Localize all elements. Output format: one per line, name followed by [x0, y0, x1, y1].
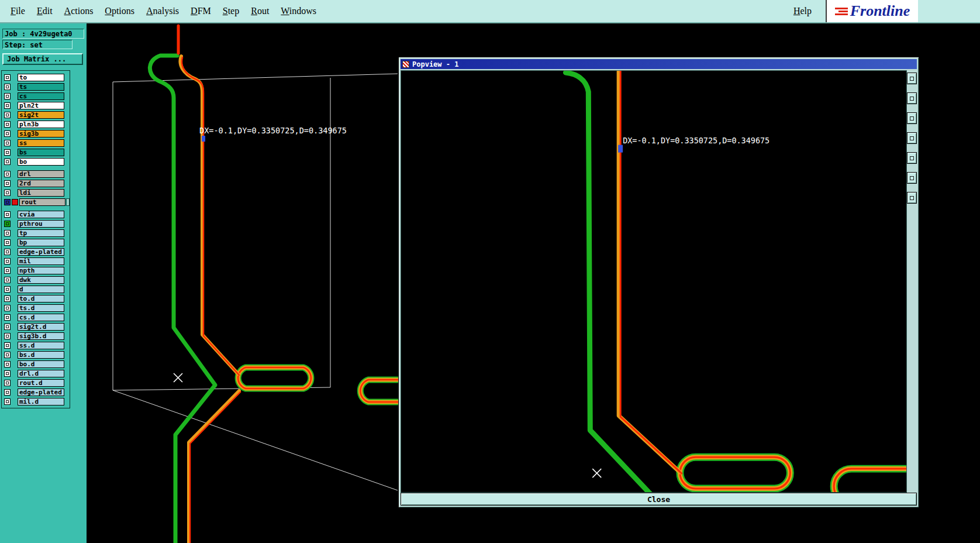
layer-row-drl.d[interactable]: drl.d	[2, 369, 70, 378]
layer-visibility-checkbox[interactable]	[4, 370, 11, 377]
popview-close-button[interactable]: Close	[401, 493, 917, 506]
menu-item-file[interactable]: File	[5, 6, 31, 16]
layer-visibility-checkbox[interactable]	[4, 286, 11, 293]
popview-window[interactable]: Popview - 1	[398, 57, 919, 508]
layer-visibility-checkbox[interactable]	[4, 380, 11, 386]
layer-visibility-checkbox[interactable]	[4, 398, 11, 405]
layer-name-label[interactable]: edge-plated	[18, 389, 64, 396]
layer-visibility-checkbox[interactable]	[4, 121, 11, 128]
layer-name-label[interactable]: sig3b.d	[18, 332, 64, 340]
menu-item-help[interactable]: Help	[788, 6, 817, 16]
layer-visibility-checkbox[interactable]	[4, 258, 11, 264]
layer-visibility-checkbox[interactable]	[4, 333, 11, 339]
layer-visibility-checkbox[interactable]	[4, 305, 11, 311]
layer-name-label[interactable]: to.d	[18, 295, 64, 303]
layer-visibility-checkbox[interactable]	[4, 221, 11, 227]
layer-row-sig3b.d[interactable]: sig3b.d	[2, 331, 70, 341]
layer-row-cvia[interactable]: cvia	[2, 209, 70, 219]
popview-tool-5-button[interactable]	[907, 152, 917, 164]
layer-name-label[interactable]: sig2t	[18, 111, 64, 119]
layer-row-cs[interactable]: cs	[2, 91, 70, 101]
layer-visibility-checkbox[interactable]	[4, 84, 11, 90]
layer-name-label[interactable]: edge-plated	[18, 248, 64, 256]
layer-visibility-checkbox[interactable]	[4, 102, 11, 109]
layer-row-2rd[interactable]: 2rd	[2, 178, 70, 188]
layer-row-tp[interactable]: tp	[2, 228, 70, 238]
layer-row-bs[interactable]: bs	[2, 147, 70, 157]
popview-tool-6-button[interactable]	[907, 172, 917, 184]
layer-visibility-checkbox[interactable]	[4, 149, 11, 156]
layer-row-bo.d[interactable]: bo.d	[2, 359, 70, 369]
layer-row-rout[interactable]: rout	[2, 197, 70, 207]
layer-row-sig2t[interactable]: sig2t	[2, 110, 70, 119]
layer-row-bo[interactable]: bo	[2, 157, 70, 166]
layer-visibility-checkbox[interactable]	[4, 230, 11, 236]
layer-visibility-checkbox[interactable]	[4, 159, 11, 165]
layer-row-ss.d[interactable]: ss.d	[2, 341, 70, 350]
menu-item-rout[interactable]: Rout	[245, 6, 275, 16]
layer-visibility-checkbox[interactable]	[4, 249, 11, 255]
layer-scroll-handle[interactable]	[66, 198, 70, 206]
menu-item-step[interactable]: Step	[217, 6, 245, 16]
layer-name-label[interactable]: pthrou	[18, 220, 64, 228]
layer-row-ldi[interactable]: ldi	[2, 188, 70, 197]
layer-name-label[interactable]: bs.d	[18, 351, 64, 359]
layer-name-label[interactable]: bp	[18, 239, 64, 246]
layer-name-label[interactable]: ss.d	[18, 342, 64, 349]
menu-item-dfm[interactable]: DFM	[185, 6, 217, 16]
menu-item-options[interactable]: Options	[99, 6, 140, 16]
layer-row-dwk[interactable]: dwk	[2, 275, 70, 284]
layer-name-label[interactable]: mil.d	[18, 398, 64, 405]
layer-visibility-checkbox[interactable]	[4, 267, 11, 274]
layer-name-label[interactable]: pln3b	[18, 121, 64, 128]
layer-name-label[interactable]: npth	[18, 267, 64, 274]
layer-name-label[interactable]: cs	[18, 92, 64, 100]
job-matrix-button[interactable]: Job Matrix ...	[2, 53, 83, 65]
popview-tool-2-button[interactable]	[907, 92, 917, 104]
layer-row-ss[interactable]: ss	[2, 138, 70, 147]
menu-item-windows[interactable]: Windows	[275, 6, 322, 16]
layer-visibility-checkbox[interactable]	[4, 74, 11, 81]
menu-item-analysis[interactable]: Analysis	[140, 6, 185, 16]
layer-row-npth[interactable]: npth	[2, 266, 70, 275]
layer-row-bs.d[interactable]: bs.d	[2, 350, 70, 359]
layer-row-sig3b[interactable]: sig3b	[2, 129, 70, 138]
layer-name-label[interactable]: 2rd	[18, 180, 64, 187]
layer-visibility-checkbox[interactable]	[4, 324, 11, 330]
popview-tool-7-button[interactable]	[907, 192, 917, 204]
layer-visibility-checkbox[interactable]	[4, 171, 11, 177]
layer-visibility-checkbox[interactable]	[4, 342, 11, 349]
layer-name-label[interactable]: ts	[18, 83, 64, 91]
layer-visibility-checkbox[interactable]	[4, 190, 11, 196]
layer-name-label[interactable]: d	[18, 286, 64, 293]
layer-visibility-checkbox[interactable]	[4, 295, 11, 302]
layer-visibility-checkbox[interactable]	[4, 93, 11, 99]
layer-visibility-checkbox[interactable]	[4, 277, 11, 283]
layer-name-label[interactable]: bo	[18, 158, 64, 166]
layer-row-drl[interactable]: drl	[2, 169, 70, 178]
layer-visibility-checkbox[interactable]	[4, 180, 11, 187]
layer-row-mil.d[interactable]: mil.d	[2, 397, 70, 406]
layer-row-d[interactable]: d	[2, 284, 70, 294]
popview-canvas[interactable]: DX=-0.1,DY=0.3350725,D=0.349675	[401, 70, 907, 493]
layer-name-label[interactable]: mil	[18, 257, 64, 265]
layer-visibility-checkbox[interactable]	[4, 130, 11, 137]
layer-row-edge-plated[interactable]: edge-plated	[2, 387, 70, 397]
layer-row-sig2t.d[interactable]: sig2t.d	[2, 322, 70, 331]
layer-name-label[interactable]: cs.d	[18, 314, 64, 321]
layer-name-label[interactable]: bo.d	[18, 360, 64, 368]
layer-visibility-checkbox[interactable]	[4, 112, 11, 118]
layer-row-to[interactable]: to	[2, 73, 70, 82]
popview-tool-1-button[interactable]	[907, 73, 917, 84]
layer-visibility-checkbox[interactable]	[4, 389, 11, 396]
layer-name-label[interactable]: pln2t	[18, 102, 64, 109]
layer-visibility-checkbox[interactable]	[4, 211, 11, 218]
popview-tool-4-button[interactable]	[907, 132, 917, 144]
layer-row-bp[interactable]: bp	[2, 238, 70, 247]
layer-name-label[interactable]: drl	[18, 170, 64, 178]
layer-visibility-checkbox[interactable]	[4, 199, 11, 205]
layer-row-ts.d[interactable]: ts.d	[2, 303, 70, 312]
layer-name-label[interactable]: rout	[19, 198, 65, 206]
layer-name-label[interactable]: tp	[18, 229, 64, 237]
layer-visibility-checkbox[interactable]	[4, 352, 11, 358]
